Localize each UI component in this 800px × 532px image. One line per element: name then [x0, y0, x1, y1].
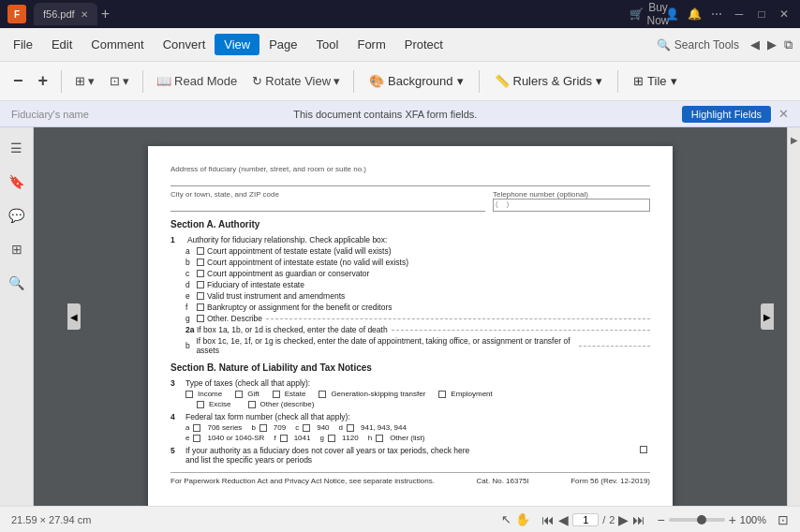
checkbox-income[interactable] [185, 391, 193, 398]
left-panel-collapse[interactable]: ◀ [67, 303, 81, 330]
close-window-button[interactable]: ✕ [776, 6, 793, 22]
phone-field-group: Telephone number (optional) ( ) [493, 190, 650, 212]
title-bar-controls: 🛒 Buy Now 👤 🔔 ⋯ ─ □ ✕ [641, 6, 793, 22]
checkbox-1120[interactable] [328, 435, 335, 442]
back-button[interactable]: ◀ [747, 37, 763, 52]
prev-page-button[interactable]: ◀ [558, 512, 569, 527]
checkbox-other-form[interactable] [376, 435, 383, 442]
highlight-fields-button[interactable]: Highlight Fields [682, 106, 771, 123]
sidebar-bookmark-icon[interactable]: 🔖 [4, 169, 30, 195]
notification-button[interactable]: 🔔 [686, 6, 703, 22]
checkbox-employment[interactable] [438, 391, 446, 398]
title-bar: F f56.pdf ✕ + 🛒 Buy Now 👤 🔔 ⋯ ─ □ ✕ [0, 0, 800, 28]
toolbar-separator-1 [61, 70, 62, 93]
hand-tool-button[interactable]: ✋ [515, 512, 530, 526]
checkbox-940[interactable] [303, 424, 310, 432]
sidebar-pages-icon[interactable]: ⊞ [4, 236, 30, 262]
background-button[interactable]: 🎨 Background ▾ [362, 70, 470, 92]
checkbox-gift[interactable] [235, 391, 243, 398]
zoom-plus-button[interactable]: + [33, 67, 54, 95]
menu-edit[interactable]: Edit [42, 34, 81, 55]
next-page-button[interactable]: ▶ [618, 512, 629, 527]
document-tab[interactable]: f56.pdf ✕ [34, 3, 97, 25]
rulers-grids-button[interactable]: 📏 Rulers & Grids ▾ [487, 70, 611, 92]
row-1b-text: Court appointment of intestate estate (n… [207, 258, 408, 267]
checkbox-1d[interactable] [197, 281, 204, 288]
section-a-title: Section A. Authority [170, 219, 259, 229]
tax-excise: Excise [197, 400, 231, 408]
first-page-button[interactable]: ⏮ [541, 512, 555, 527]
checkbox-excise[interactable] [197, 401, 204, 408]
toolbar-separator-4 [479, 70, 480, 93]
buy-now-button[interactable]: 🛒 Buy Now [641, 6, 658, 22]
checkbox-other-tax[interactable] [248, 401, 256, 408]
checkbox-1b[interactable] [197, 259, 204, 266]
menu-comment[interactable]: Comment [81, 34, 153, 55]
read-mode-button[interactable]: 📖 Read Mode [151, 70, 243, 92]
sidebar-comment-icon[interactable]: 💬 [4, 202, 30, 229]
zoom-percent: 100% [740, 514, 766, 525]
minimize-button[interactable]: ─ [731, 6, 748, 22]
city-phone-row: City or town, state, and ZIP code Teleph… [170, 190, 650, 212]
checkbox-1f[interactable] [197, 303, 204, 311]
checkbox-709[interactable] [259, 424, 267, 432]
fiduciary-field-label: Fiduciary's name [11, 109, 89, 120]
background-icon: 🎨 [369, 74, 384, 88]
tile-button[interactable]: ⊞ Tile ▾ [626, 70, 684, 92]
xfa-banner-close-button[interactable]: ✕ [778, 107, 789, 121]
tax-types-row: Income Gift Estate Generation-skipping t… [170, 390, 650, 398]
menu-view[interactable]: View [215, 34, 259, 55]
sidebar-nav-icon[interactable]: ☰ [4, 135, 30, 161]
zoom-out-button[interactable]: − [657, 512, 664, 527]
maximize-button[interactable]: □ [753, 6, 770, 22]
menu-form[interactable]: Form [348, 34, 394, 55]
rulers-icon: 📏 [495, 74, 510, 88]
rotate-view-button[interactable]: ↻ Rotate View ▾ [246, 70, 346, 92]
menu-file[interactable]: File [4, 34, 42, 55]
checkbox-estate[interactable] [273, 391, 280, 398]
toolbar: − + ⊞ ▾ ⊡ ▾ 📖 Read Mode ↻ Rotate View ▾ … [0, 62, 800, 101]
fit-page-button[interactable]: ⊡ ▾ [104, 70, 135, 92]
tab-close-button[interactable]: ✕ [81, 9, 88, 20]
menu-tool[interactable]: Tool [307, 34, 348, 55]
right-sidebar[interactable]: ▶ [787, 127, 800, 506]
section-a-checkboxes: a Court appointment of testate estate (v… [170, 246, 650, 355]
book-icon: 📖 [156, 74, 171, 88]
forward-button[interactable]: ▶ [763, 37, 780, 52]
page-total: 2 [609, 514, 615, 525]
checkbox-941[interactable] [347, 424, 354, 432]
last-page-button[interactable]: ⏭ [632, 512, 645, 527]
checkbox-1041[interactable] [280, 435, 288, 442]
view-toggle-button[interactable]: ⊞ ▾ [69, 70, 100, 92]
checkbox-1040[interactable] [193, 435, 200, 442]
right-panel-collapse[interactable]: ▶ [761, 303, 774, 330]
row-5: 5 If your authority as a fiduciary does … [170, 446, 650, 465]
cursor-tool-button[interactable]: ↖ [501, 512, 511, 526]
page-number-input[interactable] [572, 513, 599, 526]
user-icon-button[interactable]: 👤 [663, 6, 680, 22]
checkbox-706[interactable] [193, 424, 200, 432]
tab-filename: f56.pdf [43, 8, 75, 20]
checkbox-1e[interactable] [197, 292, 204, 300]
row-5-content: If your authority as a fiduciary does no… [185, 446, 640, 465]
checkbox-1g[interactable] [197, 315, 204, 322]
zoom-slider[interactable] [669, 518, 725, 522]
checkbox-1c[interactable] [197, 270, 204, 277]
row-1b: b Court appointment of intestate estate … [185, 258, 650, 267]
menu-page[interactable]: Page [259, 34, 306, 55]
footer-left-text: For Paperwork Reduction Act and Privacy … [170, 477, 435, 485]
search-tools-button[interactable]: 🔍 Search Tools [649, 37, 747, 53]
zoom-minus-button[interactable]: − [7, 67, 29, 95]
menu-protect[interactable]: Protect [395, 34, 452, 55]
zoom-in-button[interactable]: + [729, 512, 736, 527]
sidebar-search-icon[interactable]: 🔍 [4, 270, 30, 296]
menu-dots-button[interactable]: ⋯ [708, 6, 725, 22]
checkbox-gst[interactable] [319, 391, 326, 398]
external-link-button[interactable]: ⧉ [780, 37, 796, 52]
menu-convert[interactable]: Convert [154, 34, 215, 55]
checkbox-row5[interactable] [640, 446, 647, 453]
new-tab-button[interactable]: + [101, 6, 110, 22]
main-layout: ☰ 🔖 💬 ⊞ 🔍 ◀ Address of fiduciary (number… [0, 127, 800, 506]
checkbox-1a[interactable] [197, 247, 204, 255]
fit-window-button[interactable]: ⊡ [778, 512, 789, 527]
